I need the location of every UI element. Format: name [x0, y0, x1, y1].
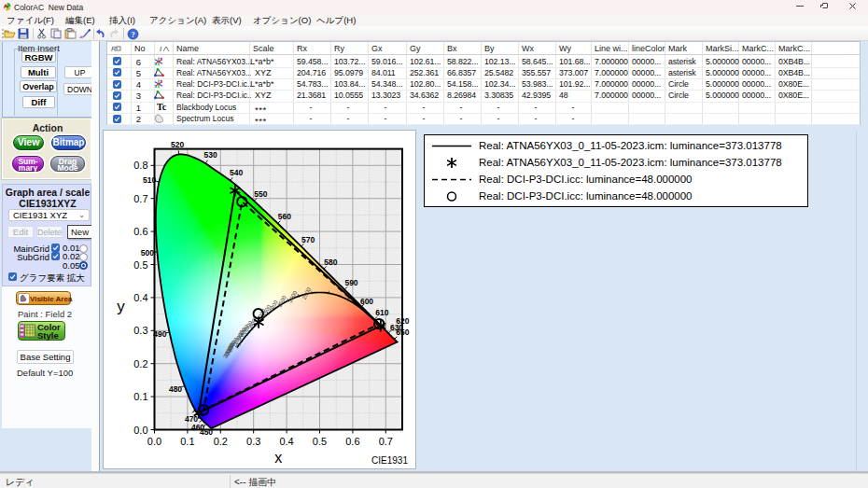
svg-text:560: 560 — [278, 212, 291, 221]
svg-text:y: y — [117, 298, 125, 315]
svg-text:580: 580 — [324, 258, 337, 267]
svg-text:470: 470 — [185, 414, 198, 424]
svg-text:0.5: 0.5 — [133, 259, 147, 271]
svg-text:0.1: 0.1 — [180, 436, 194, 447]
svg-text:I: I — [160, 45, 162, 53]
svg-text:0.6: 0.6 — [133, 226, 147, 237]
svg-text:610: 610 — [375, 308, 388, 317]
svg-text:480: 480 — [169, 384, 182, 394]
svg-text:0.0: 0.0 — [133, 425, 147, 436]
svg-text:CIE1931: CIE1931 — [371, 455, 408, 466]
svg-text:570: 570 — [301, 235, 315, 244]
svg-text:0.6: 0.6 — [345, 436, 359, 447]
svg-text:R: R — [111, 45, 117, 53]
svg-text:0.0: 0.0 — [147, 436, 161, 447]
svg-text:?: ? — [131, 30, 134, 39]
svg-text:0.1: 0.1 — [133, 391, 147, 402]
svg-text:0.8: 0.8 — [133, 160, 147, 171]
svg-text:540: 540 — [230, 168, 243, 177]
svg-text:520: 520 — [171, 140, 184, 149]
svg-text:530: 530 — [204, 150, 217, 160]
svg-text:0.7: 0.7 — [133, 193, 147, 204]
svg-text:0.2: 0.2 — [214, 436, 228, 447]
svg-text:600: 600 — [360, 297, 373, 306]
svg-text:0.4: 0.4 — [133, 292, 147, 303]
svg-text:500: 500 — [141, 248, 154, 258]
svg-text:x: x — [274, 450, 282, 466]
svg-text:550: 550 — [254, 189, 267, 199]
svg-text:0.5: 0.5 — [313, 436, 327, 447]
svg-text:0.4: 0.4 — [279, 436, 293, 447]
svg-text:0.7: 0.7 — [379, 436, 393, 447]
svg-text:590: 590 — [344, 278, 357, 287]
svg-text:0.3: 0.3 — [133, 325, 147, 336]
svg-text:0.3: 0.3 — [246, 436, 260, 447]
svg-text:0.2: 0.2 — [133, 358, 147, 369]
